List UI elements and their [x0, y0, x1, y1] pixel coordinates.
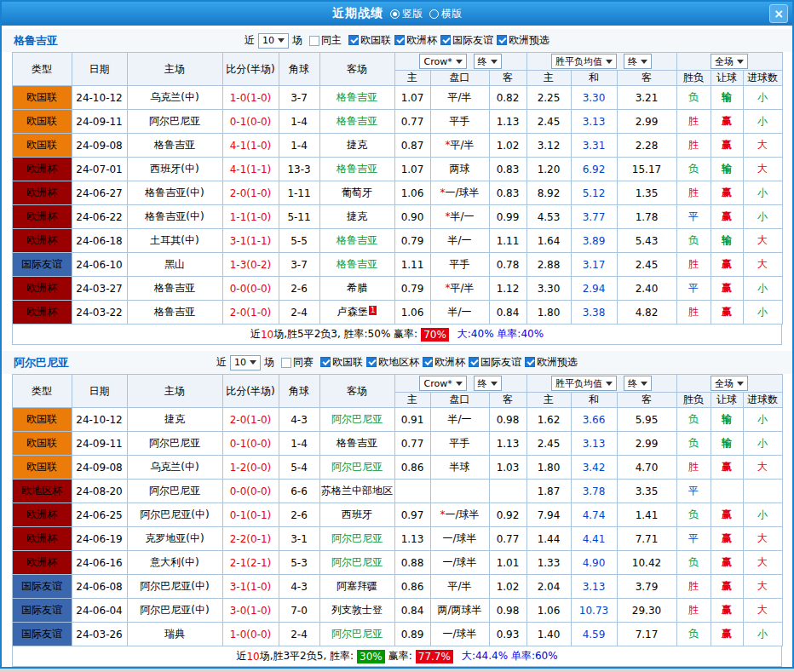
handicap-result-flag: 赢: [711, 623, 743, 646]
competition-filter[interactable]: 欧地区杯: [366, 355, 419, 370]
table-row[interactable]: 欧洲杯 24-06-16 意大利(中) 2-1(2-1) 5-3 阿尔巴尼亚 0…: [12, 551, 782, 575]
odds-home: 1.06: [526, 599, 571, 623]
col-header-odds-away: 客: [617, 393, 676, 408]
period-select[interactable]: 全场: [711, 54, 748, 69]
goals-flag: 大: [743, 253, 782, 277]
odds-away: 3.21: [617, 86, 676, 110]
handicap-line: 半球: [450, 461, 470, 473]
away-team: 阿尔巴尼亚: [331, 461, 383, 473]
competition-filter[interactable]: 欧洲杯: [394, 33, 437, 48]
table-row[interactable]: 欧国联 24-09-08 乌克兰(中) 1-2(0-0) 5-4 阿尔巴尼亚 0…: [12, 456, 782, 480]
recent-count-select[interactable]: 10: [230, 355, 261, 370]
handicap-away-odds: 1.02: [489, 134, 526, 158]
home-team: 格鲁吉亚(中): [127, 205, 222, 229]
table-body: 欧国联 24-10-12 捷克 2-0(1-0) 4-3 阿尔巴尼亚 0.91 …: [12, 408, 782, 646]
match-date: 24-08-20: [72, 480, 127, 503]
handicap-cell: 半/一: [430, 229, 489, 253]
competition-badge: 欧洲杯: [12, 527, 72, 551]
handicap-stage-select[interactable]: 终: [474, 376, 502, 391]
match-date: 24-06-25: [72, 503, 127, 527]
col-header-corner: 角球: [279, 375, 319, 408]
handicap-line: 两球: [450, 163, 470, 175]
checkbox-icon: [394, 35, 405, 45]
odds-home: 2.45: [526, 110, 571, 134]
table-row[interactable]: 欧国联 24-10-12 乌克兰(中) 1-0(1-0) 3-7 格鲁吉亚 1.…: [12, 86, 782, 110]
same-filter[interactable]: 同主: [309, 33, 342, 48]
competition-filter[interactable]: 国际友谊: [469, 355, 521, 370]
competition-badge: 欧国联: [12, 134, 72, 158]
table-row[interactable]: 欧洲杯 24-06-27 格鲁吉亚(中) 2-0(1-0) 1-11 葡萄牙 1…: [12, 181, 782, 205]
score: 0-0(0-0): [222, 277, 279, 301]
filter-bar: 近 10 场 同主 欧国联欧洲杯国际友谊欧洲预选: [245, 33, 549, 49]
table-row[interactable]: 欧国联 24-10-12 捷克 2-0(1-0) 4-3 阿尔巴尼亚 0.91 …: [12, 408, 782, 432]
col-header-handicap-home: 主: [394, 71, 430, 86]
table-row[interactable]: 欧洲杯 24-06-19 克罗地亚(中) 2-2(0-1) 3-1 阿尔巴尼亚 …: [12, 527, 782, 551]
bookmaker-select[interactable]: Crow*: [419, 54, 466, 69]
table-row[interactable]: 欧洲杯 24-03-27 格鲁吉亚 0-0(0-0) 2-6 希腊 0.79 *…: [12, 277, 782, 301]
col-header-score: 比分(半场): [222, 375, 279, 408]
handicap-stage-select[interactable]: 终: [474, 54, 502, 69]
table-row[interactable]: 欧洲杯 24-06-25 阿尔巴尼亚(中) 0-1(0-1) 2-6 西班牙 0…: [12, 503, 782, 527]
score: 1-2(0-0): [222, 456, 279, 480]
odds-draw: 5.12: [571, 181, 617, 205]
table-row[interactable]: 国际友谊 24-03-26 瑞典 1-0(0-0) 2-4 阿尔巴尼亚 0.89…: [12, 623, 782, 646]
table-row[interactable]: 欧国联 24-09-11 阿尔巴尼亚 0-1(0-0) 1-4 格鲁吉亚 0.7…: [12, 432, 782, 456]
dropdown-arrow-icon: [737, 382, 744, 386]
table-row[interactable]: 欧国联 24-09-11 阿尔巴尼亚 0-1(0-0) 1-4 格鲁吉亚 0.7…: [12, 110, 782, 134]
odds-type-select[interactable]: 胜平负均值: [551, 54, 617, 69]
handicap-line: 平/半: [450, 282, 474, 294]
table-row[interactable]: 国际友谊 24-06-04 阿尔巴尼亚(中) 3-0(1-0) 7-0 列支敦士…: [12, 599, 782, 623]
handicap-line: 一/球半: [445, 187, 479, 198]
table-row[interactable]: 欧地区杯 24-08-20 阿尔巴尼亚 0-0(0-0) 6-6 苏格兰中部地区…: [12, 480, 782, 503]
goals-flag: 小: [743, 503, 782, 527]
table-row[interactable]: 欧洲杯 24-03-22 格鲁吉亚 2-0(1-0) 2-4 卢森堡1 1.06…: [12, 301, 782, 325]
same-filter[interactable]: 同赛: [281, 355, 314, 370]
col-header-result: 胜负: [676, 71, 711, 86]
table-row[interactable]: 国际友谊 24-06-08 阿尔巴尼亚(中) 3-1(1-0) 4-3 阿塞拜疆…: [12, 575, 782, 599]
match-date: 24-09-11: [72, 432, 127, 456]
recent-count-select[interactable]: 10: [258, 33, 289, 49]
layout-radio-horizontal[interactable]: 横版: [429, 7, 462, 21]
close-button[interactable]: ×: [769, 4, 788, 23]
odds-type-select[interactable]: 胜平负均值: [551, 376, 617, 391]
checkbox-icon: [423, 357, 433, 367]
competition-filter[interactable]: 欧洲预选: [497, 33, 549, 48]
result-flag: 胜: [676, 110, 711, 134]
handicap-away-odds: 1.13: [489, 432, 526, 456]
handicap-result-flag: 赢: [711, 456, 743, 480]
table-row[interactable]: 欧洲杯 24-06-22 格鲁吉亚(中) 1-1(1-0) 5-11 捷克 0.…: [12, 205, 782, 229]
competition-filter[interactable]: 欧国联: [348, 33, 391, 48]
home-team: 克罗地亚(中): [127, 527, 222, 551]
dropdown-arrow-icon: [250, 360, 256, 365]
odds-stage-select[interactable]: 终: [624, 376, 652, 391]
team-name: 格鲁吉亚: [14, 33, 58, 49]
handicap-cell: 平/半: [430, 86, 489, 110]
competition-filter[interactable]: 欧国联: [320, 355, 363, 370]
table-row[interactable]: 欧洲杯 24-06-18 土耳其(中) 3-1(1-1) 5-5 格鲁吉亚 0.…: [12, 229, 782, 253]
competition-filter[interactable]: 欧洲预选: [525, 355, 578, 370]
period-select[interactable]: 全场: [711, 376, 748, 391]
away-team-cell: 苏格兰中部地区: [319, 480, 394, 503]
odds-away: 2.45: [617, 253, 676, 277]
layout-radio-vertical[interactable]: 竖版: [390, 7, 423, 21]
competition-filter[interactable]: 欧洲杯: [423, 355, 465, 370]
match-date: 24-10-12: [72, 408, 127, 432]
competition-badge: 国际友谊: [12, 253, 72, 277]
filter-bar: 近 10 场 同赛 欧国联欧地区杯欧洲杯国际友谊欧洲预选: [216, 355, 578, 370]
competition-badge: 欧洲杯: [12, 229, 72, 253]
table-row[interactable]: 欧洲杯 24-07-01 西班牙(中) 4-1(1-1) 13-3 格鲁吉亚 1…: [12, 158, 782, 181]
goals-flag: 大: [743, 456, 782, 480]
odds-stage-select[interactable]: 终: [624, 54, 652, 69]
corners: 13-3: [279, 158, 319, 181]
table-row[interactable]: 欧国联 24-09-08 格鲁吉亚 4-1(1-0) 1-4 捷克 0.87 *…: [12, 134, 782, 158]
odds-home: 4.53: [526, 205, 571, 229]
bookmaker-select[interactable]: Crow*: [419, 376, 466, 391]
handicap-result-flag: 赢: [711, 527, 743, 551]
competition-filter[interactable]: 国际友谊: [440, 33, 493, 48]
recent-count-value: 10: [234, 357, 246, 368]
score: 1-0(1-0): [222, 86, 279, 110]
goals-flag: [743, 480, 782, 503]
result-flag: 负: [676, 503, 711, 527]
competition-badge: 国际友谊: [12, 575, 72, 599]
table-row[interactable]: 国际友谊 24-06-10 黑山 1-3(0-2) 3-7 格鲁吉亚 1.11 …: [12, 253, 782, 277]
